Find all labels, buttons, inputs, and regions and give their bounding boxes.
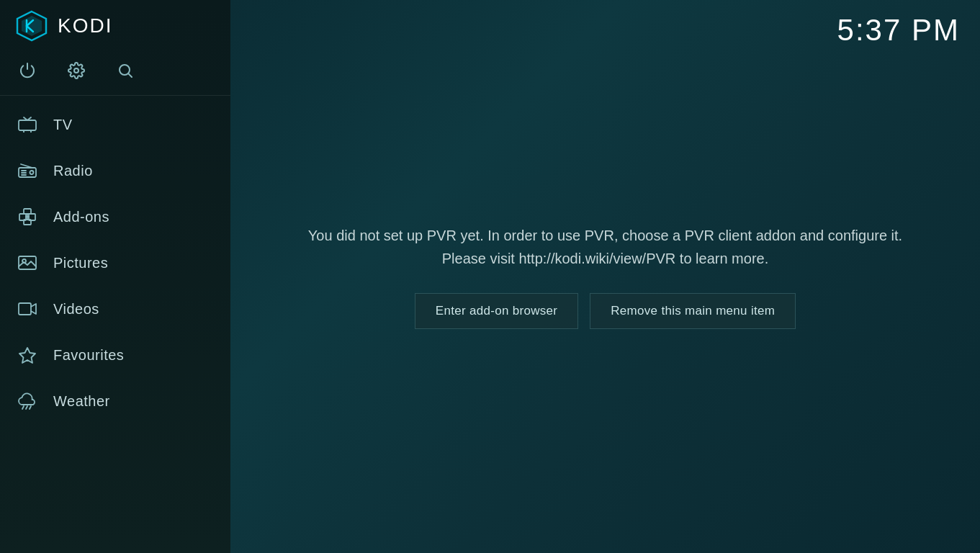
main-content: 5:37 PM You did not set up PVR yet. In o…	[230, 0, 980, 553]
svg-point-7	[120, 65, 130, 75]
sidebar-header: KODI	[0, 0, 230, 52]
sidebar-item-pictures[interactable]: Pictures	[0, 240, 230, 286]
sidebar-item-tv[interactable]: TV	[0, 102, 230, 148]
svg-line-31	[26, 406, 27, 409]
remove-menu-item-button[interactable]: Remove this main menu item	[590, 293, 796, 329]
svg-point-16	[30, 171, 34, 174]
enter-addon-browser-button[interactable]: Enter add-on browser	[415, 293, 578, 329]
pvr-message-text: You did not set up PVR yet. In order to …	[296, 224, 915, 270]
sidebar-item-addons[interactable]: Add-ons	[0, 194, 230, 240]
search-button[interactable]	[112, 58, 138, 84]
sidebar: KODI	[0, 0, 230, 553]
svg-marker-29	[19, 348, 35, 363]
sidebar-item-radio-label: Radio	[53, 163, 93, 179]
addons-icon	[14, 204, 40, 230]
svg-rect-22	[24, 209, 31, 214]
power-button[interactable]	[14, 58, 40, 84]
sidebar-item-radio[interactable]: Radio	[0, 148, 230, 194]
pvr-message-area: You did not set up PVR yet. In order to …	[230, 0, 980, 553]
sidebar-item-tv-label: TV	[53, 117, 73, 133]
nav-divider	[0, 95, 230, 96]
sidebar-item-favourites[interactable]: Favourites	[0, 332, 230, 378]
sidebar-item-addons-label: Add-ons	[53, 209, 109, 225]
svg-marker-1	[22, 16, 42, 36]
svg-line-32	[30, 406, 31, 409]
kodi-wordmark: KODI	[58, 14, 112, 37]
svg-rect-9	[19, 120, 36, 130]
weather-icon	[14, 388, 40, 414]
settings-button[interactable]	[63, 58, 89, 84]
svg-point-6	[74, 68, 78, 73]
sidebar-item-videos-label: Videos	[53, 301, 99, 318]
pvr-buttons: Enter add-on browser Remove this main me…	[415, 293, 796, 329]
svg-rect-26	[19, 256, 36, 269]
favourites-icon	[14, 342, 40, 368]
svg-rect-28	[19, 303, 31, 315]
sidebar-item-weather-label: Weather	[53, 393, 110, 410]
kodi-logo-icon	[14, 9, 49, 43]
top-controls	[0, 52, 230, 95]
sidebar-item-videos[interactable]: Videos	[0, 286, 230, 332]
videos-icon	[14, 296, 40, 322]
radio-icon	[14, 158, 40, 184]
svg-line-30	[22, 406, 24, 409]
sidebar-item-pictures-label: Pictures	[53, 255, 108, 271]
clock: 5:37 PM	[837, 13, 960, 48]
pictures-icon	[14, 250, 40, 276]
sidebar-item-favourites-label: Favourites	[53, 347, 124, 364]
svg-line-8	[129, 74, 132, 77]
sidebar-item-weather[interactable]: Weather	[0, 378, 230, 424]
tv-icon	[14, 112, 40, 138]
